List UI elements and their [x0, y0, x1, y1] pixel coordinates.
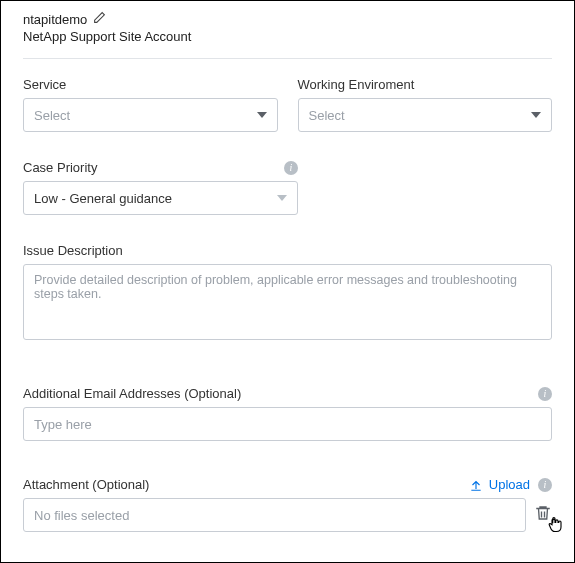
info-icon[interactable]: i [538, 478, 552, 492]
service-select-value: Select [34, 108, 70, 123]
attachment-label: Attachment (Optional) [23, 477, 149, 492]
info-icon[interactable]: i [284, 161, 298, 175]
delete-attachment-button[interactable] [534, 503, 552, 527]
account-name: ntapitdemo [23, 12, 87, 27]
additional-emails-input[interactable] [23, 407, 552, 441]
chevron-down-icon [257, 112, 267, 118]
upload-label: Upload [489, 477, 530, 492]
account-type: NetApp Support Site Account [23, 29, 552, 44]
case-priority-label: Case Priority [23, 160, 97, 175]
issue-description-label: Issue Description [23, 243, 123, 258]
info-icon[interactable]: i [538, 387, 552, 401]
chevron-down-icon [277, 195, 287, 201]
issue-description-textarea[interactable] [23, 264, 552, 340]
working-environment-label: Working Enviroment [298, 77, 415, 92]
attachment-placeholder: No files selected [34, 508, 129, 523]
edit-icon[interactable] [93, 11, 106, 27]
additional-emails-label: Additional Email Addresses (Optional) [23, 386, 241, 401]
working-environment-value: Select [309, 108, 345, 123]
service-label: Service [23, 77, 66, 92]
attachment-filename-box[interactable]: No files selected [23, 498, 526, 532]
upload-icon [469, 478, 483, 492]
upload-button[interactable]: Upload [469, 477, 530, 492]
service-select[interactable]: Select [23, 98, 278, 132]
working-environment-select[interactable]: Select [298, 98, 553, 132]
chevron-down-icon [531, 112, 541, 118]
case-priority-value: Low - General guidance [34, 191, 172, 206]
divider [23, 58, 552, 59]
case-priority-select[interactable]: Low - General guidance [23, 181, 298, 215]
trash-icon [534, 503, 552, 523]
